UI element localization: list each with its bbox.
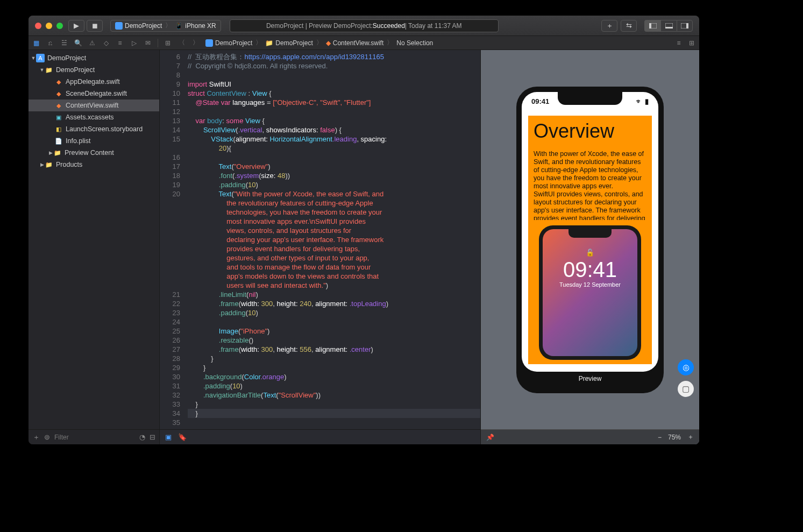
chevron-right-icon: 〉 bbox=[165, 21, 172, 30]
chevron-right-icon: 〉 bbox=[387, 38, 393, 47]
scroll-content: Overview With the power of Xcode, the ea… bbox=[528, 116, 652, 364]
lock-icon: 🔓 bbox=[586, 249, 594, 257]
inspect-preview-button[interactable]: ▢ bbox=[678, 381, 694, 397]
canvas-viewport[interactable]: 09:41 ᯤ▮ Overview With the power of Xcod… bbox=[481, 50, 699, 429]
filter-input[interactable] bbox=[54, 434, 135, 441]
tree-folder-row[interactable]: ▼📁DemoProject bbox=[29, 64, 159, 76]
report-navigator-tab[interactable]: ✉ bbox=[144, 39, 152, 47]
find-navigator-tab[interactable]: 🔍 bbox=[74, 39, 82, 47]
scheme-selector[interactable]: DemoProject 〉 📱 iPhone XR bbox=[110, 20, 221, 32]
tree-file-row-selected[interactable]: ◆ContentView.swift bbox=[29, 100, 159, 111]
swift-icon: ◆ bbox=[54, 89, 63, 98]
swift-icon: ◆ bbox=[54, 77, 63, 86]
device-screen: 09:41 ᯤ▮ Overview With the power of Xcod… bbox=[522, 92, 658, 372]
tree-file-label: LaunchScreen.storyboard bbox=[66, 125, 143, 133]
breakpoint-navigator-tab[interactable]: ▷ bbox=[130, 39, 138, 47]
tree-folder-row[interactable]: ▶📁Products bbox=[29, 159, 159, 171]
assets-icon: ▣ bbox=[54, 113, 63, 122]
folder-icon: 📁 bbox=[45, 160, 53, 169]
project-navigator-tab[interactable]: ▦ bbox=[32, 39, 40, 47]
pin-preview-button[interactable]: 📌 bbox=[486, 434, 494, 441]
test-navigator-tab[interactable]: ◇ bbox=[102, 39, 110, 47]
library-button[interactable]: ⇆ bbox=[621, 20, 637, 32]
canvas-toggle-icon[interactable]: ▣ bbox=[165, 433, 172, 441]
inner-phone-image: 🔓 09:41 Tuesday 12 September bbox=[539, 225, 641, 360]
source-editor: 6789101112131415 1617181920 212223242526… bbox=[160, 50, 480, 444]
xcode-window: ▶ ◼ DemoProject 〉 📱 iPhone XR DemoProjec… bbox=[29, 16, 699, 444]
add-file-button[interactable]: ＋ bbox=[33, 432, 40, 442]
status-prefix: DemoProject | Preview DemoProject: bbox=[266, 22, 373, 30]
add-button[interactable]: ＋ bbox=[601, 20, 617, 32]
swift-icon: ◆ bbox=[326, 39, 331, 47]
issue-navigator-tab[interactable]: ⚠ bbox=[88, 39, 96, 47]
crumb-project[interactable]: DemoProject bbox=[215, 39, 252, 47]
adjust-editor-icon[interactable]: ⊞ bbox=[687, 39, 696, 47]
tree-file-row[interactable]: ▣Assets.xcassets bbox=[29, 111, 159, 123]
debug-navigator-tab[interactable]: ≡ bbox=[116, 39, 124, 47]
zoom-out-button[interactable]: − bbox=[658, 434, 662, 441]
stop-button[interactable]: ◼ bbox=[87, 20, 103, 32]
recent-filter-button[interactable]: ◔ bbox=[139, 433, 145, 441]
live-preview-button[interactable]: ◎ bbox=[678, 359, 694, 375]
tree-file-row[interactable]: ◆SceneDelegate.swift bbox=[29, 88, 159, 100]
tree-project-row[interactable]: ▼ADemoProject bbox=[29, 52, 159, 64]
lock-time: 09:41 bbox=[563, 259, 617, 280]
titlebar-right: ＋ ⇆ bbox=[601, 20, 693, 32]
run-button[interactable]: ▶ bbox=[68, 20, 84, 32]
source-text[interactable]: // 互动教程合集：https://apps.apple.com/cn/app/… bbox=[186, 50, 480, 429]
separator bbox=[158, 39, 158, 47]
tree-file-row[interactable]: 📄Info.plist bbox=[29, 135, 159, 147]
scheme-app-icon bbox=[115, 22, 123, 30]
toggle-inspector-button[interactable] bbox=[677, 20, 693, 32]
toggle-navigator-button[interactable] bbox=[644, 20, 660, 32]
status-result: Succeeded bbox=[373, 22, 405, 30]
battery-icon: ▮ bbox=[645, 97, 649, 105]
app-content: Overview With the power of Xcode, the ea… bbox=[522, 111, 658, 368]
folder-icon: 📁 bbox=[45, 66, 53, 74]
preview-canvas: 09:41 ᯤ▮ Overview With the power of Xcod… bbox=[480, 50, 699, 444]
inner-phone-screen: 🔓 09:41 Tuesday 12 September bbox=[543, 229, 637, 356]
crumb-folder[interactable]: DemoProject bbox=[275, 39, 312, 47]
canvas-float-buttons: ◎ ▢ bbox=[678, 359, 694, 397]
line-gutter: 6789101112131415 1617181920 212223242526… bbox=[160, 50, 186, 429]
folder-icon: 📁 bbox=[265, 39, 273, 47]
file-tree[interactable]: ▼ADemoProject ▼📁DemoProject ◆AppDelegate… bbox=[29, 50, 159, 429]
crumb-file[interactable]: ContentView.swift bbox=[333, 39, 384, 47]
symbol-navigator-tab[interactable]: ☱ bbox=[60, 39, 68, 47]
tree-file-row[interactable]: ◧LaunchScreen.storyboard bbox=[29, 123, 159, 135]
tree-file-label: Info.plist bbox=[66, 137, 91, 145]
source-control-tab[interactable]: ⎌ bbox=[46, 39, 54, 47]
scm-filter-button[interactable]: ⊟ bbox=[150, 433, 155, 441]
tree-folder-row[interactable]: ▶📁Preview Content bbox=[29, 147, 159, 159]
inner-notch bbox=[569, 229, 612, 238]
status-time: 09:41 bbox=[531, 97, 549, 105]
editor-layout-icon[interactable]: ≡ bbox=[674, 39, 683, 47]
forward-button[interactable]: 〉 bbox=[191, 39, 200, 47]
storyboard-icon: ◧ bbox=[54, 125, 63, 133]
overview-title: Overview bbox=[534, 120, 646, 143]
canvas-footer: 📌 − 75% ＋ bbox=[481, 429, 699, 444]
plist-icon: 📄 bbox=[54, 137, 63, 145]
close-window-button[interactable] bbox=[35, 23, 41, 29]
svg-rect-1 bbox=[649, 23, 651, 29]
back-button[interactable]: 〈 bbox=[177, 39, 186, 47]
minimize-window-button[interactable] bbox=[46, 23, 52, 29]
related-items-button[interactable]: ⊞ bbox=[164, 39, 172, 47]
device-frame: 09:41 ᯤ▮ Overview With the power of Xcod… bbox=[516, 87, 664, 393]
maximize-window-button[interactable] bbox=[56, 23, 63, 29]
crumb-selection[interactable]: No Selection bbox=[396, 39, 433, 47]
traffic-lights bbox=[35, 23, 63, 29]
toggle-debug-button[interactable] bbox=[660, 20, 677, 32]
tree-folder-label: DemoProject bbox=[56, 66, 95, 74]
tag-icon[interactable]: 🔖 bbox=[178, 433, 187, 441]
chevron-right-icon: 〉 bbox=[255, 38, 262, 47]
activity-status: DemoProject | Preview DemoProject: Succe… bbox=[230, 19, 499, 32]
code-area[interactable]: 6789101112131415 1617181920 212223242526… bbox=[160, 50, 480, 429]
zoom-in-button[interactable]: ＋ bbox=[687, 432, 694, 442]
filter-icon: ⊚ bbox=[44, 433, 50, 441]
tree-file-row[interactable]: ◆AppDelegate.swift bbox=[29, 76, 159, 88]
jump-bar[interactable]: DemoProject 〉 📁 DemoProject 〉 ◆ ContentV… bbox=[205, 38, 433, 47]
tree-project-label: DemoProject bbox=[47, 54, 86, 62]
tab-bar: ▦ ⎌ ☱ 🔍 ⚠ ◇ ≡ ▷ ✉ ⊞ 〈 〉 DemoProject 〉 📁 … bbox=[29, 36, 699, 50]
overview-text: With the power of Xcode, the ease of Swi… bbox=[534, 150, 646, 220]
